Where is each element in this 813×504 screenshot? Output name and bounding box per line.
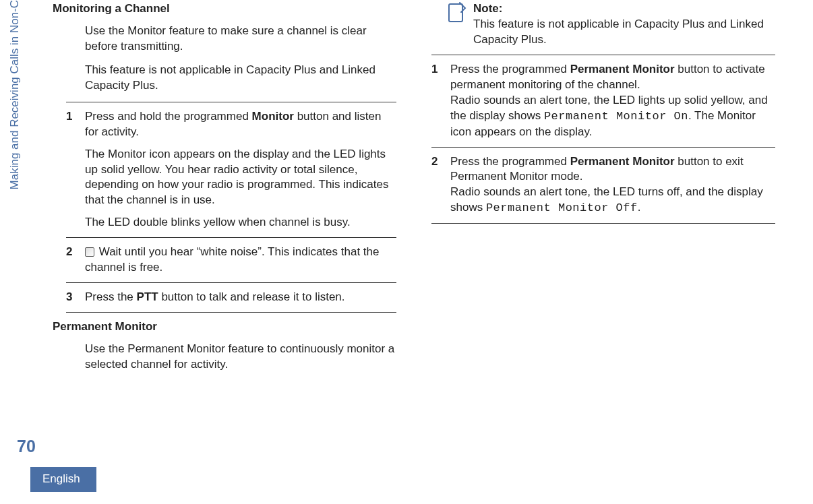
text: Wait until you hear “white noise”. This … xyxy=(85,245,379,274)
note-text: This feature is not applicable in Capaci… xyxy=(473,17,775,48)
monitor-icon xyxy=(85,247,94,257)
page-number: 70 xyxy=(17,435,36,458)
text: Press and hold the programmed xyxy=(85,110,252,123)
step-3: 3 Press the PTT button to talk and relea… xyxy=(66,282,396,313)
bold-text: Permanent Monitor xyxy=(570,155,675,168)
text: Press the xyxy=(85,290,137,303)
section-title-monitoring: Monitoring a Channel xyxy=(53,1,396,17)
note-icon xyxy=(445,1,473,48)
step-2: 2 Wait until you hear “white noise”. Thi… xyxy=(66,237,396,282)
step-number: 2 xyxy=(431,154,450,217)
step-2: 2 Press the programmed Permanent Monitor… xyxy=(431,147,775,224)
intro-paragraph: This feature is not applicable in Capaci… xyxy=(85,63,396,94)
note-box: Note: This feature is not applicable in … xyxy=(445,1,775,48)
section-title-permanent-monitor: Permanent Monitor xyxy=(53,319,396,335)
text: The LED double blinks yellow when channe… xyxy=(85,215,396,230)
display-text: Permanent Monitor Off xyxy=(486,201,638,214)
text: Press the programmed xyxy=(450,155,570,168)
step-1: 1 Press the programmed Permanent Monitor… xyxy=(431,55,775,147)
language-badge: English xyxy=(30,467,96,492)
step-number: 2 xyxy=(66,245,85,276)
text: Press the programmed xyxy=(450,63,570,75)
intro-paragraph: Use the Monitor feature to make sure a c… xyxy=(85,24,396,55)
column-left: Monitoring a Channel Use the Monitor fea… xyxy=(53,1,396,381)
chapter-title: Making and Receiving Calls in Non-Connec… xyxy=(7,0,23,189)
text: . xyxy=(638,201,641,214)
column-right: Note: This feature is not applicable in … xyxy=(431,1,775,381)
text: button to talk and release it to listen. xyxy=(158,290,345,303)
note-label: Note: xyxy=(473,1,775,17)
step-body: Press the PTT button to talk and release… xyxy=(85,290,396,305)
display-text: Permanent Monitor On xyxy=(544,110,688,123)
step-1: 1 Press and hold the programmed Monitor … xyxy=(66,102,396,238)
bold-text: Monitor xyxy=(252,110,294,123)
step-body: Press the programmed Permanent Monitor b… xyxy=(450,154,775,217)
main-content: Monitoring a Channel Use the Monitor fea… xyxy=(53,1,794,381)
step-body: Press and hold the programmed Monitor bu… xyxy=(85,109,396,231)
bold-text: Permanent Monitor xyxy=(570,63,675,75)
step-number: 3 xyxy=(66,290,85,305)
bold-text: PTT xyxy=(137,290,158,303)
text: The Monitor icon appears on the display … xyxy=(85,147,396,209)
intro-paragraph: Use the Permanent Monitor feature to con… xyxy=(85,342,396,373)
step-number: 1 xyxy=(66,109,85,231)
svg-rect-0 xyxy=(449,4,462,22)
step-body: Wait until you hear “white noise”. This … xyxy=(85,245,396,276)
step-body: Press the programmed Permanent Monitor b… xyxy=(450,62,775,140)
note-body: Note: This feature is not applicable in … xyxy=(473,1,775,48)
step-number: 1 xyxy=(431,62,450,140)
